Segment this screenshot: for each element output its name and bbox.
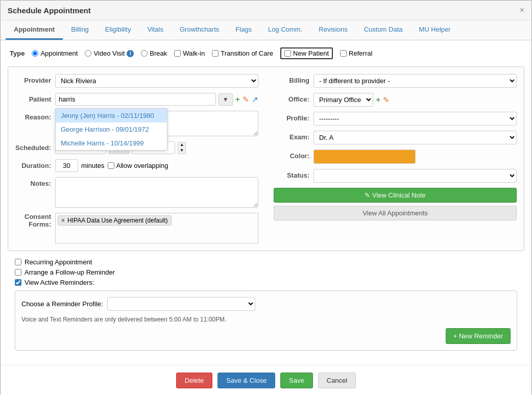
patient-edit-button[interactable]: ✎	[243, 95, 249, 104]
tab-mu-helper[interactable]: MU Helper	[411, 20, 459, 40]
consent-forms-content: × HIPAA Data Use Agreement (default)	[55, 213, 258, 243]
tab-log-comm[interactable]: Log Comm.	[260, 20, 310, 40]
status-row: Status:	[274, 169, 517, 183]
autocomplete-item[interactable]: Jenny (Jen) Harris - 02/11/1980	[56, 109, 167, 122]
type-appointment-radio[interactable]	[32, 50, 38, 57]
reminder-header: Choose a Reminder Profile:	[21, 297, 511, 311]
color-label: Color:	[274, 150, 309, 160]
transition-option[interactable]: Transition of Care	[212, 50, 273, 57]
notes-label: Notes:	[15, 177, 51, 187]
office-label: Office:	[274, 93, 309, 103]
type-break-label: Break	[150, 50, 167, 57]
office-content: Primary Office + ✎	[313, 93, 517, 107]
followup-row: Arrange a Follow-up Reminder	[15, 268, 517, 276]
duration-inputs: minutes Allow overlapping	[55, 159, 168, 172]
followup-checkbox[interactable]	[15, 269, 21, 276]
patient-add-button[interactable]: +	[235, 95, 240, 104]
tab-billing[interactable]: Billing	[63, 20, 97, 40]
color-row: Color:	[274, 150, 517, 164]
office-edit-button[interactable]: ✎	[383, 95, 390, 105]
office-add-button[interactable]: +	[376, 95, 380, 105]
patient-input[interactable]	[55, 93, 216, 106]
provider-select[interactable]: Nick Riviera	[55, 74, 258, 88]
allow-overlapping-option[interactable]: Allow overlapping	[108, 162, 168, 169]
consent-textarea-area[interactable]: × HIPAA Data Use Agreement (default)	[55, 213, 258, 243]
save-button[interactable]: Save	[280, 373, 313, 388]
reminder-profile-select[interactable]	[107, 297, 255, 311]
allow-overlapping-checkbox[interactable]	[108, 162, 114, 169]
time-spinner[interactable]: ▲ ▼	[178, 142, 186, 154]
tab-eligibility[interactable]: Eligibility	[97, 20, 139, 40]
duration-row: Duration: minutes Allow overlapping	[15, 159, 258, 172]
new-reminder-button[interactable]: + New Reminder	[446, 328, 511, 344]
bottom-section: Recurring Appointment Arrange a Follow-u…	[8, 258, 524, 358]
duration-unit: minutes	[81, 162, 105, 169]
tab-flags[interactable]: Flags	[227, 20, 260, 40]
tab-appointment[interactable]: Appointment	[6, 20, 63, 40]
referral-option[interactable]: Referral	[340, 50, 372, 57]
time-decrement-button[interactable]: ▼	[178, 148, 185, 154]
view-clinical-note-button[interactable]: ✎ View Clinical Note	[274, 188, 517, 203]
provider-content: Nick Riviera	[55, 74, 258, 88]
reminder-box: Choose a Reminder Profile: Voice and Tex…	[15, 290, 517, 351]
modal-close-button[interactable]: ×	[520, 6, 524, 15]
office-inputs: Primary Office + ✎	[313, 93, 390, 107]
type-break-option[interactable]: Break	[141, 50, 167, 57]
office-select[interactable]: Primary Office	[313, 93, 373, 107]
autocomplete-item[interactable]: George Harrison - 09/01/1972	[56, 122, 167, 136]
consent-remove-button[interactable]: ×	[61, 217, 65, 224]
patient-link-button[interactable]: ↗	[252, 95, 258, 104]
save-close-button[interactable]: Save & Close	[217, 373, 275, 388]
autocomplete-item[interactable]: Michelle Harris - 10/14/1999	[56, 136, 167, 150]
status-select[interactable]	[313, 169, 517, 183]
billing-select[interactable]: - If different to provider -	[313, 74, 517, 88]
referral-checkbox[interactable]	[340, 50, 347, 57]
type-appointment-option[interactable]: Appointment	[32, 50, 78, 57]
delete-button[interactable]: Delete	[176, 373, 213, 388]
type-break-radio[interactable]	[141, 50, 148, 57]
tab-vitals[interactable]: Vitals	[139, 20, 172, 40]
notes-textarea[interactable]	[55, 177, 258, 208]
type-video-option[interactable]: Video Visit i	[85, 50, 134, 57]
exam-select[interactable]: Dr. A	[313, 131, 517, 144]
recurring-row: Recurring Appointment	[15, 258, 517, 266]
billing-label: Billing	[274, 74, 309, 84]
walkin-option[interactable]: Walk-in	[174, 50, 205, 57]
duration-label: Duration:	[15, 159, 51, 169]
transition-checkbox[interactable]	[212, 50, 219, 57]
new-patient-checkbox[interactable]	[284, 50, 291, 57]
tab-custom-data[interactable]: Custom Data	[356, 20, 411, 40]
tab-revisions[interactable]: Revisions	[310, 20, 355, 40]
cancel-button[interactable]: Cancel	[318, 373, 356, 388]
scheduled-label: Scheduled:	[15, 141, 51, 152]
patient-label: Patient	[15, 93, 51, 103]
walkin-label: Walk-in	[183, 50, 205, 57]
patient-dropdown-button[interactable]: ▼	[219, 93, 233, 106]
walkin-checkbox[interactable]	[174, 50, 181, 57]
status-label: Status:	[274, 169, 309, 179]
reason-label: Reason:	[15, 111, 51, 121]
new-patient-option[interactable]: New Patient	[280, 47, 333, 59]
exam-label: Exam:	[274, 131, 309, 141]
form-container: Provider Nick Riviera Patient ▼	[8, 66, 524, 251]
view-all-appointments-button[interactable]: View All Appointments	[274, 206, 517, 220]
video-info-icon[interactable]: i	[127, 50, 134, 57]
exam-row: Exam: Dr. A	[274, 131, 517, 144]
tabs-bar: Appointment Billing Eligibility Vitals G…	[1, 20, 531, 40]
tab-growthcharts[interactable]: Growthcharts	[172, 20, 227, 40]
provider-row: Provider Nick Riviera	[15, 74, 258, 88]
reminder-profile-label: Choose a Reminder Profile:	[21, 300, 103, 308]
type-label: Type	[10, 50, 25, 57]
right-column: Billing - If different to provider - Off…	[274, 74, 517, 243]
recurring-checkbox[interactable]	[15, 259, 21, 265]
active-reminders-checkbox[interactable]	[15, 279, 21, 286]
type-video-radio[interactable]	[85, 50, 91, 57]
active-reminders-label: View Active Reminders:	[25, 279, 94, 286]
office-row: Office: Primary Office + ✎	[274, 93, 517, 107]
color-swatch[interactable]	[313, 150, 416, 164]
duration-input[interactable]	[55, 159, 78, 172]
action-bar: Delete Save & Close Save Cancel	[1, 365, 531, 395]
profile-select[interactable]: ---------	[313, 112, 517, 126]
reminder-note: Voice and Text Reminders are only delive…	[21, 316, 511, 323]
time-increment-button[interactable]: ▲	[178, 142, 185, 148]
